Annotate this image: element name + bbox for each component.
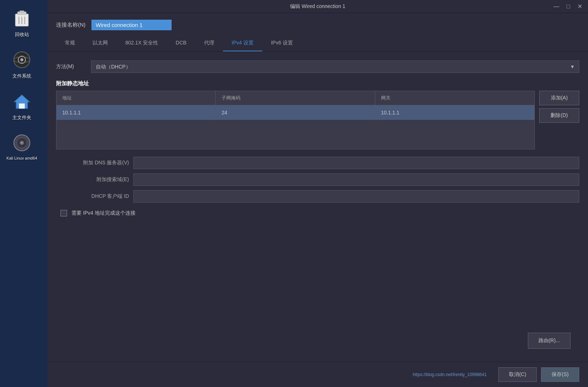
connection-name-row: 连接名称(N) bbox=[47, 13, 588, 35]
filesystem-label: 文件系统 bbox=[12, 73, 31, 79]
address-table-wrapper: 地址 子网掩码 网关 10.1.1.1 24 10.1.1.1 添加(A) 删除… bbox=[56, 91, 579, 149]
desktop-icon-home[interactable]: 主文件夹 bbox=[11, 90, 33, 121]
cancel-button[interactable]: 取消(C) bbox=[498, 367, 537, 382]
table-row[interactable]: 10.1.1.1 24 10.1.1.1 bbox=[56, 105, 534, 120]
method-select[interactable]: 自动（DHCP） 手动 仅本地链路 共享到其他计算机 禁用 bbox=[91, 60, 579, 73]
dns-label: 附加 DNS 服务器(V) bbox=[56, 160, 129, 166]
svg-rect-2 bbox=[20, 11, 24, 13]
tab-general[interactable]: 常规 bbox=[56, 35, 84, 51]
cell-address: 10.1.1.1 bbox=[56, 105, 216, 120]
dns-row: 附加 DNS 服务器(V) bbox=[56, 157, 579, 169]
tab-dcb[interactable]: DCB bbox=[167, 35, 195, 51]
form-fields: 附加 DNS 服务器(V) 附加搜索域(E) DHCP 客户端 ID bbox=[56, 157, 579, 203]
title-bar-controls: — □ ✕ bbox=[552, 3, 584, 10]
content-area: 方法(M) 自动（DHCP） 手动 仅本地链路 共享到其他计算机 禁用 ▼ 附加… bbox=[47, 52, 588, 362]
ipv4-required-label: 需要 IPv4 地址完成这个连接 bbox=[71, 210, 136, 216]
dns-input[interactable] bbox=[133, 157, 579, 169]
static-address-section: 附加静态地址 地址 子网掩码 网关 10.1.1.1 24 10.1.1.1 bbox=[56, 80, 579, 149]
static-address-label: 附加静态地址 bbox=[56, 80, 579, 87]
method-label: 方法(M) bbox=[56, 63, 85, 70]
dhcp-id-label: DHCP 客户端 ID bbox=[56, 193, 129, 200]
address-buttons: 添加(A) 删除(D) bbox=[539, 91, 579, 123]
route-button[interactable]: 路由(R)... bbox=[528, 333, 571, 349]
svg-point-15 bbox=[21, 142, 23, 144]
desktop-icon-disc[interactable]: Kali Linux amd64 bbox=[7, 132, 37, 160]
disc-icon bbox=[12, 133, 31, 152]
method-select-wrapper: 自动（DHCP） 手动 仅本地链路 共享到其他计算机 禁用 ▼ bbox=[91, 60, 579, 73]
connection-name-label: 连接名称(N) bbox=[56, 22, 86, 28]
home-icon bbox=[12, 92, 31, 111]
minimize-button[interactable]: — bbox=[552, 3, 561, 10]
col-header-address: 地址 bbox=[56, 91, 216, 105]
home-label: 主文件夹 bbox=[12, 114, 31, 121]
svg-point-8 bbox=[20, 58, 23, 61]
disc-label: Kali Linux amd64 bbox=[7, 156, 37, 160]
tab-security[interactable]: 802.1X 安全性 bbox=[117, 35, 167, 51]
dhcp-id-row: DHCP 客户端 ID bbox=[56, 190, 579, 203]
address-table-header: 地址 子网掩码 网关 bbox=[56, 91, 534, 105]
desktop-icon-filesystem[interactable]: 文件系统 bbox=[11, 49, 33, 79]
cell-gateway: 10.1.1.1 bbox=[375, 105, 534, 120]
dialog-window: 编辑 Wired connection 1 — □ ✕ 连接名称(N) 常规 以… bbox=[47, 0, 588, 387]
add-address-button[interactable]: 添加(A) bbox=[539, 91, 579, 105]
title-bar: 编辑 Wired connection 1 — □ ✕ bbox=[47, 0, 588, 13]
footer-url: https://blog.csdn.net/lrentiy_10998641 bbox=[56, 372, 487, 377]
tab-bar: 常规 以太网 802.1X 安全性 DCB 代理 IPv4 设置 IPv6 设置 bbox=[47, 35, 588, 52]
col-header-subnet: 子网掩码 bbox=[216, 91, 375, 105]
title-bar-text: 编辑 Wired connection 1 bbox=[290, 3, 345, 10]
trash-icon bbox=[12, 9, 31, 28]
maximize-button[interactable]: □ bbox=[565, 3, 572, 10]
tab-ipv4[interactable]: IPv4 设置 bbox=[223, 35, 262, 51]
tab-ipv6[interactable]: IPv6 设置 bbox=[262, 35, 302, 51]
trash-label: 回收站 bbox=[15, 31, 29, 38]
close-button[interactable]: ✕ bbox=[576, 3, 584, 10]
address-table-empty-area bbox=[56, 120, 534, 149]
method-row: 方法(M) 自动（DHCP） 手动 仅本地链路 共享到其他计算机 禁用 ▼ bbox=[56, 60, 579, 73]
search-domain-label: 附加搜索域(E) bbox=[56, 176, 129, 183]
desktop-sidebar: 回收站 文件系统 主文件夹 bbox=[0, 0, 44, 387]
dhcp-id-input[interactable] bbox=[133, 190, 579, 203]
ipv4-required-checkbox[interactable] bbox=[60, 210, 67, 216]
save-button[interactable]: 保存(S) bbox=[541, 367, 579, 382]
filesystem-icon bbox=[12, 50, 31, 69]
search-domain-row: 附加搜索域(E) bbox=[56, 173, 579, 186]
tab-ethernet[interactable]: 以太网 bbox=[84, 35, 117, 51]
dialog-footer: https://blog.csdn.net/lrentiy_10998641 取… bbox=[47, 362, 588, 387]
tab-proxy[interactable]: 代理 bbox=[195, 35, 223, 51]
col-header-gateway: 网关 bbox=[375, 91, 534, 105]
search-domain-input[interactable] bbox=[133, 173, 579, 186]
ipv4-required-row: 需要 IPv4 地址完成这个连接 bbox=[56, 210, 579, 216]
address-table: 地址 子网掩码 网关 10.1.1.1 24 10.1.1.1 bbox=[56, 91, 535, 149]
connection-name-input[interactable] bbox=[91, 20, 172, 30]
delete-address-button[interactable]: 删除(D) bbox=[539, 108, 579, 123]
bottom-actions: 路由(R)... bbox=[56, 328, 579, 353]
cell-subnet: 24 bbox=[216, 105, 375, 120]
svg-rect-11 bbox=[19, 103, 25, 109]
desktop-icon-trash[interactable]: 回收站 bbox=[11, 7, 33, 38]
